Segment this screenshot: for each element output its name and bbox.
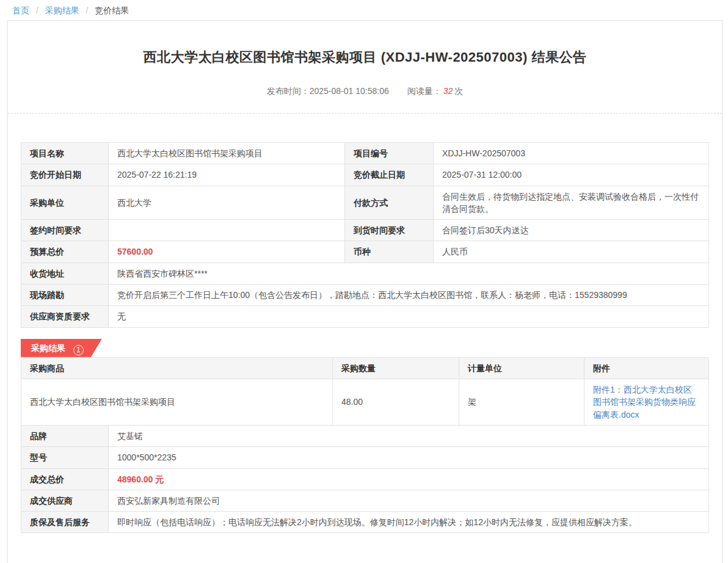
info-value: 人民币: [434, 241, 709, 263]
unit-value: 架: [459, 379, 584, 425]
info-value: [109, 220, 345, 241]
info-value: 西北大学: [109, 186, 345, 220]
procurement-result-badge: 采购结果 1: [21, 339, 102, 357]
views-label: 阅读量：: [407, 86, 442, 96]
budget-total-value: 57600.00: [109, 241, 345, 263]
detail-label: 品牌: [21, 425, 109, 446]
col-header-product: 采购商品: [21, 357, 333, 379]
info-label: 采购单位: [21, 186, 109, 220]
table-header-row: 采购商品 采购数量 计量单位 附件: [21, 357, 709, 379]
info-value: 无: [109, 306, 709, 327]
table-row: 西北大学太白校区图书馆书架采购项目 48.00 架 附件1：西北大学太白校区图书…: [21, 379, 709, 425]
dashed-divider: [8, 113, 722, 114]
content-card: 西北大学太白校区图书馆书架采购项目 (XDJJ-HW-202507003) 结果…: [7, 20, 723, 563]
supplier-value: 西安弘新家具制造有限公司: [109, 490, 709, 511]
product-name: 西北大学太白校区图书馆书架采购项目: [21, 379, 333, 425]
info-value: 合同生效后，待货物到达指定地点、安装调试验收合格后，一次性付清合同货款。: [434, 186, 709, 220]
info-value: XDJJ-HW-202507003: [434, 143, 709, 164]
info-label: 现场踏勘: [21, 285, 109, 306]
attachment-cell: 附件1：西北大学太白校区图书馆书架采购货物类响应偏离表.docx: [584, 379, 709, 425]
final-price-value: 48960.00 元: [109, 468, 709, 490]
table-row: 采购单位 西北大学 付款方式 合同生效后，待货物到达指定地点、安装调试验收合格后…: [21, 186, 709, 220]
breadcrumb-link-results[interactable]: 采购结果: [45, 5, 79, 15]
table-row: 型号 1000*500*2235: [21, 447, 709, 468]
info-label: 收货地址: [21, 263, 109, 284]
col-header-quantity: 采购数量: [333, 357, 459, 379]
info-label: 项目名称: [21, 143, 109, 164]
project-info-table: 项目名称 西北大学太白校区图书馆书架采购项目 项目编号 XDJJ-HW-2025…: [21, 142, 709, 328]
badge-label: 采购结果: [31, 343, 65, 353]
info-label: 预算总价: [21, 241, 109, 263]
result-details-table: 品牌 艾基锘 型号 1000*500*2235 成交总价 48960.00 元 …: [21, 425, 709, 533]
breadcrumb-current: 竞价结果: [95, 5, 129, 15]
breadcrumb-separator: /: [36, 5, 38, 15]
table-row: 签约时间要求 到货时间要求 合同签订后30天内送达: [21, 220, 709, 241]
info-value: 陕西省西安市碑林区****: [109, 263, 709, 284]
attachment-link[interactable]: 附件1：西北大学太白校区图书馆书架采购货物类响应偏离表.docx: [593, 385, 696, 420]
col-header-attachment: 附件: [584, 357, 709, 379]
publish-time: 2025-08-01 10:58:06: [310, 86, 389, 96]
table-row: 成交总价 48960.00 元: [21, 468, 709, 490]
brand-value: 艾基锘: [109, 425, 709, 446]
table-row: 成交供应商 西安弘新家具制造有限公司: [21, 490, 709, 511]
info-label: 竞价开始日期: [21, 164, 109, 186]
table-row: 预算总价 57600.00 币种 人民币: [21, 241, 709, 263]
warranty-value: 即时响应（包括电话响应）；电话响应无法解决2小时内到达现场。修复时间12小时内解…: [109, 512, 709, 533]
info-value: 西北大学太白校区图书馆书架采购项目: [109, 143, 345, 164]
detail-label: 质保及售后服务: [21, 512, 109, 533]
views-count: 32: [443, 86, 453, 96]
info-value: 2025-07-22 16:21:19: [109, 164, 345, 186]
info-label: 付款方式: [345, 186, 434, 220]
publish-time-label: 发布时间：: [267, 86, 310, 96]
info-label: 竞价截止日期: [345, 164, 434, 186]
detail-label: 成交供应商: [21, 490, 109, 511]
table-row: 项目名称 西北大学太白校区图书馆书架采购项目 项目编号 XDJJ-HW-2025…: [21, 143, 709, 164]
views-unit: 次: [454, 86, 463, 96]
breadcrumb-separator: /: [86, 5, 89, 15]
table-row: 竞价开始日期 2025-07-22 16:21:19 竞价截止日期 2025-0…: [21, 164, 709, 186]
page-title: 西北大学太白校区图书馆书架采购项目 (XDJJ-HW-202507003) 结果…: [8, 48, 722, 67]
procurement-result-section: 采购结果 1 采购商品 采购数量 计量单位 附件 西北大学太白校区图书馆书架采购…: [21, 339, 709, 534]
info-value: 竞价开启后第三个工作日上午10:00（包含公告发布日），踏勘地点：西北大学太白校…: [109, 285, 709, 306]
info-value: 2025-07-31 12:00:00: [434, 164, 709, 186]
table-row: 现场踏勘 竞价开启后第三个工作日上午10:00（包含公告发布日），踏勘地点：西北…: [21, 285, 709, 306]
quantity-value: 48.00: [333, 379, 459, 425]
info-label: 到货时间要求: [345, 220, 434, 241]
table-row: 品牌 艾基锘: [21, 425, 709, 446]
badge-count: 1: [73, 345, 84, 355]
info-label: 项目编号: [345, 143, 434, 164]
info-label: 供应商资质要求: [21, 306, 109, 327]
detail-label: 成交总价: [21, 468, 109, 490]
detail-label: 型号: [21, 447, 109, 468]
breadcrumb-link-home[interactable]: 首页: [12, 5, 29, 15]
result-table: 采购商品 采购数量 计量单位 附件 西北大学太白校区图书馆书架采购项目 48.0…: [21, 357, 709, 426]
table-row: 收货地址 陕西省西安市碑林区****: [21, 263, 709, 284]
info-value: 合同签订后30天内送达: [434, 220, 709, 241]
col-header-unit: 计量单位: [459, 357, 584, 379]
info-label: 签约时间要求: [21, 220, 109, 241]
info-label: 币种: [345, 241, 434, 263]
article-meta: 发布时间：2025-08-01 10:58:06阅读量：32次: [8, 86, 722, 97]
table-row: 供应商资质要求 无: [21, 306, 709, 327]
breadcrumb: 首页 / 采购结果 / 竞价结果: [0, 0, 728, 20]
table-row: 质保及售后服务 即时响应（包括电话响应）；电话响应无法解决2小时内到达现场。修复…: [21, 512, 709, 533]
model-value: 1000*500*2235: [109, 447, 709, 468]
